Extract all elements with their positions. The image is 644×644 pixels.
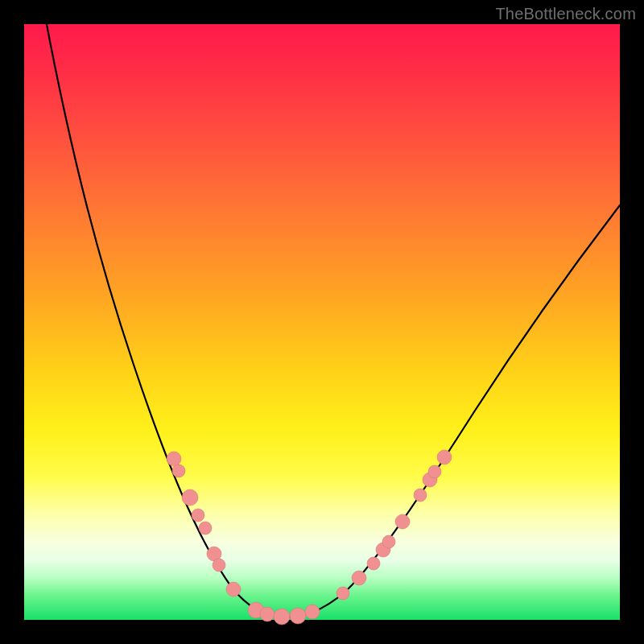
data-dot [382, 535, 395, 548]
data-dot [437, 450, 452, 464]
curve-svg [24, 24, 620, 620]
watermark-text: TheBottleneck.com [495, 5, 636, 23]
data-dot [367, 557, 380, 570]
data-dot [274, 609, 290, 625]
chart-frame: TheBottleneck.com [0, 0, 644, 644]
plot-area [24, 24, 620, 620]
data-dot [192, 509, 204, 522]
data-dot [182, 489, 198, 506]
data-dot [336, 587, 349, 600]
data-dots [167, 450, 452, 625]
bottleneck-curve [45, 16, 620, 617]
data-dot [226, 582, 241, 597]
data-dot [414, 489, 427, 502]
data-dot [213, 559, 225, 572]
data-dot [172, 464, 185, 477]
data-dot [260, 607, 275, 621]
data-dot [290, 608, 306, 624]
data-dot [395, 514, 410, 529]
data-dot [167, 452, 181, 466]
data-dot [305, 605, 320, 619]
data-dot [428, 465, 441, 478]
data-dot [352, 571, 366, 585]
data-dot [199, 522, 212, 535]
